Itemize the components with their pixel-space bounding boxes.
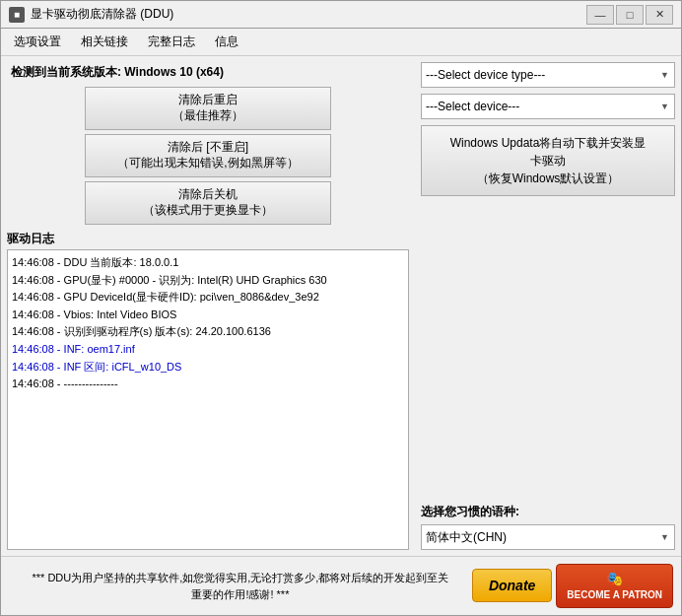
log-entry: 14:46:08 - 识别到驱动程序(s) 版本(s): 24.20.100.6…: [12, 323, 404, 341]
menu-options[interactable]: 选项设置: [5, 31, 70, 53]
log-box[interactable]: 14:46:08 - DDU 当前版本: 18.0.0.1 14:46:08 -…: [7, 249, 409, 550]
title-bar-controls: — □ ✕: [586, 5, 673, 25]
right-panel: ---Select device type--- ---Select devic…: [415, 56, 681, 556]
content-area: 检测到当前系统版本: Windows 10 (x64) 清除后重启 （最佳推荐）…: [1, 56, 681, 556]
log-entry: 14:46:08 - GPU DeviceId(显卡硬件ID): pci\ven…: [12, 289, 404, 307]
patron-button[interactable]: 🎭 BECOME A PATRON: [556, 564, 673, 608]
log-entry: 14:46:08 - DDU 当前版本: 18.0.0.1: [12, 254, 404, 272]
main-window: 选项设置 相关链接 完整日志 信息 检测到当前系统版本: Windows 10 …: [0, 28, 682, 616]
menu-links[interactable]: 相关链接: [72, 31, 137, 53]
donate-button[interactable]: Donate: [472, 569, 552, 602]
clean-no-restart-button[interactable]: 清除后 [不重启] （可能出现未知错误,例如黑屏等）: [85, 134, 331, 177]
system-version-value: Windows 10 (x64): [124, 65, 224, 79]
patron-icon: 🎭: [606, 571, 623, 587]
spacer: [421, 202, 675, 498]
language-select[interactable]: 简体中文(CHN): [421, 524, 675, 550]
device-select[interactable]: ---Select device---: [421, 94, 675, 119]
left-panel: 检测到当前系统版本: Windows 10 (x64) 清除后重启 （最佳推荐）…: [1, 56, 415, 556]
maximize-button[interactable]: □: [616, 5, 644, 25]
bottom-text-line2: 重要的作用!感谢! ***: [9, 586, 472, 603]
bottom-buttons: Donate 🎭 BECOME A PATRON: [472, 564, 673, 608]
clean-restart-button[interactable]: 清除后重启 （最佳推荐）: [85, 87, 331, 130]
log-title: 驱动日志: [7, 229, 409, 249]
language-label: 选择您习惯的语种:: [421, 504, 675, 520]
log-entry: 14:46:08 - GPU(显卡) #0000 - 识别为: Intel(R)…: [12, 272, 404, 290]
menu-bar: 选项设置 相关链接 完整日志 信息: [1, 29, 681, 56]
close-button[interactable]: ✕: [646, 5, 673, 25]
menu-info[interactable]: 信息: [206, 31, 247, 53]
language-section: 选择您习惯的语种: 简体中文(CHN): [421, 504, 675, 550]
patron-label: BECOME A PATRON: [567, 589, 662, 601]
device-wrapper: ---Select device---: [421, 94, 675, 119]
bottom-text: *** DDU为用户坚持的共享软件,如您觉得实用,无论打赏多少,都将对后续的开发…: [9, 570, 472, 602]
log-entry: 14:46:08 - Vbios: Intel Video BIOS: [12, 307, 404, 324]
app-icon: ■: [9, 7, 25, 23]
system-version: 检测到当前系统版本: Windows 10 (x64): [7, 62, 409, 83]
minimize-button[interactable]: —: [586, 5, 614, 25]
bottom-bar: *** DDU为用户坚持的共享软件,如您觉得实用,无论打赏多少,都将对后续的开发…: [1, 556, 681, 615]
title-bar: ■ 显卡驱动彻底清除器 (DDU) — □ ✕: [0, 0, 682, 28]
log-entry: 14:46:08 - INF: oem17.inf: [12, 341, 404, 359]
title-bar-text: 显卡驱动彻底清除器 (DDU): [31, 6, 586, 23]
menu-log[interactable]: 完整日志: [139, 31, 204, 53]
device-type-wrapper: ---Select device type---: [421, 62, 675, 88]
log-entry: 14:46:08 - INF 区间: iCFL_w10_DS: [12, 359, 404, 376]
device-type-select[interactable]: ---Select device type---: [421, 62, 675, 88]
log-section: 驱动日志 14:46:08 - DDU 当前版本: 18.0.0.1 14:46…: [7, 229, 409, 550]
language-wrapper: 简体中文(CHN): [421, 524, 675, 550]
bottom-text-line1: *** DDU为用户坚持的共享软件,如您觉得实用,无论打赏多少,都将对后续的开发…: [9, 570, 472, 586]
log-entry: 14:46:08 - ---------------: [12, 376, 404, 393]
clean-shutdown-button[interactable]: 清除后关机 （该模式用于更换显卡）: [85, 181, 331, 225]
windows-update-button[interactable]: Windows Updata将自动下载并安装显 卡驱动 （恢复Windows默认…: [421, 125, 675, 196]
